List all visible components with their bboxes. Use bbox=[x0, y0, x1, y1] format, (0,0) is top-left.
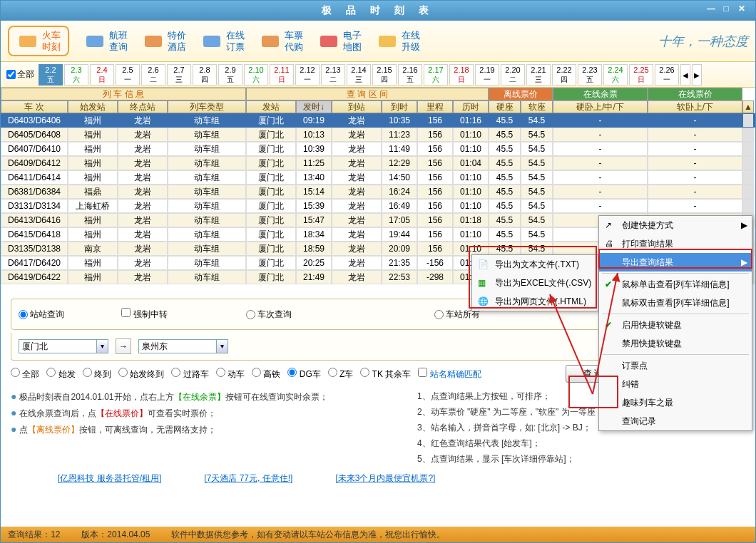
table-row[interactable]: D6403/D6406福州龙岩动车组厦门北09:19龙岩10:3515601:1… bbox=[1, 113, 755, 128]
dropdown-icon[interactable]: ▾ bbox=[97, 339, 108, 353]
menu-create-shortcut[interactable]: ↗创建快捷方式▶ bbox=[599, 216, 752, 234]
footer-link-hotel[interactable]: [7天酒店 77元, 任意住!] bbox=[204, 472, 292, 485]
date-cell[interactable]: 2.2五 bbox=[39, 64, 63, 86]
header-group-offline[interactable]: 离线票价 bbox=[489, 88, 553, 100]
menu-double-click[interactable]: 鼠标双击查看[列车详细信息] bbox=[599, 294, 752, 312]
from-station-input[interactable] bbox=[19, 339, 97, 353]
col-train-type[interactable]: 列车类型 bbox=[168, 100, 246, 113]
menu-export-csv[interactable]: ▦导出为EXCEL文件(.CSV) bbox=[472, 274, 598, 292]
menu-enable-keyboard[interactable]: ✔启用快捷软键盘 bbox=[599, 316, 752, 334]
menu-export-txt[interactable]: 📄导出为文本文件(.TXT) bbox=[472, 255, 598, 274]
menu-export-html[interactable]: 🌐导出为网页文件(.HTML) bbox=[472, 292, 598, 311]
col-end-station[interactable]: 终点站 bbox=[118, 100, 168, 113]
menu-single-click[interactable]: ✔鼠标单击查看[列车详细信息] bbox=[599, 275, 752, 294]
menu-history[interactable]: 查询记录 bbox=[599, 412, 752, 430]
toolbar-upgrade[interactable]: 在线升级 bbox=[376, 26, 420, 56]
date-cell[interactable]: 2.24六 bbox=[603, 64, 628, 86]
date-cell[interactable]: 2.21三 bbox=[526, 64, 551, 86]
menu-export[interactable]: 导出查询结果▶ bbox=[599, 253, 752, 272]
scrollbar-up-icon[interactable]: ▲ bbox=[742, 100, 754, 113]
col-arrive-station[interactable]: 到站 bbox=[332, 100, 382, 113]
toolbar-train[interactable]: 火车时刻 bbox=[8, 26, 69, 56]
table-row[interactable]: D6407/D6410福州龙岩动车组厦门北10:39龙岩11:4915601:1… bbox=[1, 142, 755, 156]
table-row[interactable]: D6405/D6408福州龙岩动车组厦门北10:13龙岩11:2315601:1… bbox=[1, 128, 755, 142]
dropdown-icon[interactable]: ▾ bbox=[217, 339, 228, 353]
date-cell[interactable]: 2.13二 bbox=[321, 64, 345, 86]
date-cell[interactable]: 2.23五 bbox=[578, 64, 602, 86]
minimize-icon[interactable]: — bbox=[707, 4, 720, 15]
to-station-combo[interactable]: ▾ bbox=[138, 338, 228, 354]
date-next-button[interactable]: ▶ bbox=[692, 64, 702, 86]
date-cell[interactable]: 2.5一 bbox=[116, 64, 140, 86]
menu-print[interactable]: 🖨打印查询结果 bbox=[599, 234, 752, 253]
menu-disable-keyboard[interactable]: 禁用快捷软键盘 bbox=[599, 334, 752, 353]
date-cell[interactable]: 2.8四 bbox=[193, 64, 217, 86]
toolbar-book[interactable]: 在线订票 bbox=[200, 26, 245, 56]
radio-tk[interactable]: TK 其余车 bbox=[360, 368, 411, 381]
radio-end[interactable]: 终到 bbox=[83, 368, 111, 381]
date-cell[interactable]: 2.22四 bbox=[552, 64, 576, 86]
footer-link-hosting[interactable]: [亿恩科技 服务器托管/租用] bbox=[58, 472, 161, 485]
footer-link-flight[interactable]: [未来3个月内最便宜机票?] bbox=[335, 472, 435, 485]
date-cell[interactable]: 2.16五 bbox=[398, 64, 422, 86]
table-row[interactable]: D6381/D6384福鼎龙岩动车组厦门北15:14龙岩16:2415601:1… bbox=[1, 185, 755, 199]
checkbox-force-transfer[interactable]: 强制中转 bbox=[121, 308, 167, 321]
col-start-station[interactable]: 始发站 bbox=[68, 100, 118, 113]
date-cell[interactable]: 2.14三 bbox=[347, 64, 371, 86]
radio-train-query[interactable]: 车次查询 bbox=[246, 309, 292, 321]
radio-z[interactable]: Z车 bbox=[328, 368, 354, 381]
date-cell[interactable]: 2.19一 bbox=[475, 64, 499, 86]
radio-all[interactable]: 全部 bbox=[11, 368, 39, 381]
col-soft-sleeper[interactable]: 软卧上/下 bbox=[648, 100, 742, 113]
col-train-number[interactable]: 车 次 bbox=[1, 100, 68, 113]
header-group-remain[interactable]: 在线余票 bbox=[553, 88, 648, 100]
col-distance[interactable]: 里程 bbox=[417, 100, 453, 113]
maximize-icon[interactable]: □ bbox=[722, 4, 735, 15]
radio-station-query[interactable]: 站站查询 bbox=[19, 309, 64, 321]
radio-d[interactable]: 动车 bbox=[216, 368, 245, 381]
date-prev-button[interactable]: ◀ bbox=[680, 64, 690, 86]
table-row[interactable]: D6409/D6412福州龙岩动车组厦门北11:25龙岩12:2915601:0… bbox=[1, 156, 755, 170]
date-cell[interactable]: 2.17六 bbox=[424, 64, 448, 86]
from-station-combo[interactable]: ▾ bbox=[19, 338, 108, 354]
menu-bookmark[interactable]: 订票点 bbox=[599, 356, 752, 375]
date-cell[interactable]: 2.9五 bbox=[218, 64, 242, 86]
toolbar-flight[interactable]: 航班查询 bbox=[83, 26, 128, 56]
to-station-input[interactable] bbox=[138, 339, 217, 353]
col-depart-time[interactable]: 发时↓ bbox=[296, 100, 332, 113]
date-cell[interactable]: 2.26一 bbox=[655, 64, 679, 86]
date-cell[interactable]: 2.10六 bbox=[244, 64, 268, 86]
table-row[interactable]: D6411/D6414福州龙岩动车组厦门北13:40龙岩14:5015601:1… bbox=[1, 170, 755, 185]
date-cell[interactable]: 2.25日 bbox=[629, 64, 653, 86]
menu-correct[interactable]: 纠错 bbox=[599, 375, 752, 393]
toolbar-hotel[interactable]: 特价酒店 bbox=[142, 26, 186, 56]
date-cell[interactable]: 2.12一 bbox=[295, 64, 320, 86]
col-duration[interactable]: 历时 bbox=[453, 100, 489, 113]
col-hard-sleeper[interactable]: 硬卧上/中/下 bbox=[553, 100, 648, 113]
toolbar-map[interactable]: 电子地图 bbox=[317, 26, 362, 56]
header-group-online[interactable]: 在线票价 bbox=[648, 88, 742, 100]
date-cell[interactable]: 2.11日 bbox=[270, 64, 294, 86]
date-cell[interactable]: 2.15四 bbox=[372, 64, 397, 86]
radio-g[interactable]: 高铁 bbox=[252, 368, 280, 381]
close-icon[interactable]: ✕ bbox=[738, 4, 751, 15]
col-arrive-time[interactable]: 到时 bbox=[382, 100, 417, 113]
date-cell[interactable]: 2.4日 bbox=[90, 64, 114, 86]
date-cell[interactable]: 2.18日 bbox=[449, 64, 474, 86]
all-dates-checkbox[interactable]: 全部 bbox=[6, 68, 34, 81]
date-cell[interactable]: 2.6二 bbox=[141, 64, 165, 86]
date-cell[interactable]: 2.3六 bbox=[64, 64, 88, 86]
col-soft-seat[interactable]: 软座 bbox=[521, 100, 553, 113]
col-hard-seat[interactable]: 硬座 bbox=[489, 100, 521, 113]
col-depart-station[interactable]: 发站 bbox=[246, 100, 296, 113]
swap-button[interactable]: → bbox=[116, 338, 131, 354]
checkbox-exact-match[interactable]: 站名精确匹配 bbox=[418, 368, 481, 381]
date-cell[interactable]: 2.20二 bbox=[501, 64, 525, 86]
date-cell[interactable]: 2.7三 bbox=[167, 64, 191, 86]
radio-start[interactable]: 始发 bbox=[46, 368, 75, 381]
radio-both-end[interactable]: 始发终到 bbox=[118, 368, 164, 381]
table-row[interactable]: D3131/D3134上海虹桥龙岩动车组厦门北15:39龙岩16:4915601… bbox=[1, 199, 755, 213]
menu-fun[interactable]: 趣味列车之最 bbox=[599, 393, 752, 412]
radio-dg[interactable]: DG车 bbox=[287, 368, 320, 381]
radio-pass[interactable]: 过路车 bbox=[171, 368, 208, 381]
